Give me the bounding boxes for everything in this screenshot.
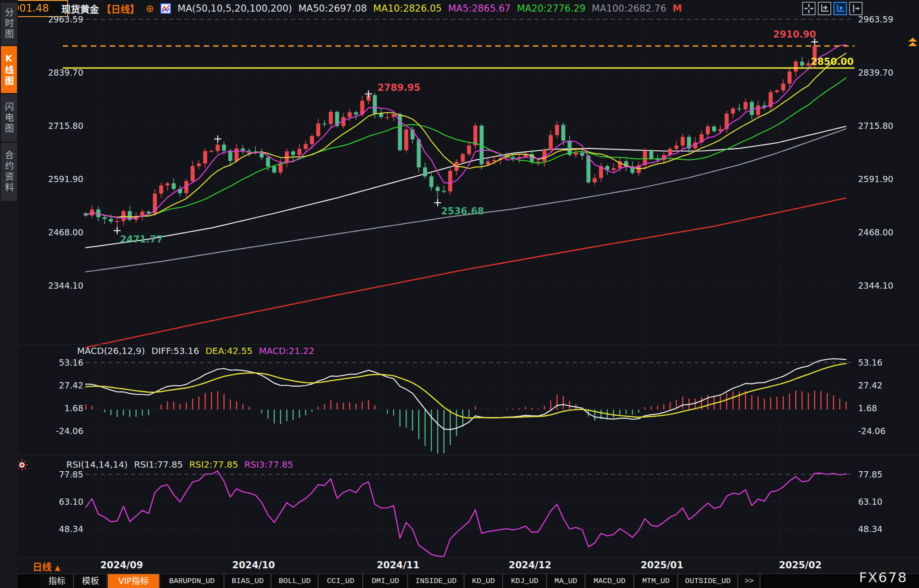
price-axis-label-left: 2591.90 bbox=[39, 174, 83, 184]
sidebar-tab-contract-info[interactable]: 合约资料 bbox=[1, 143, 17, 201]
rsi-title: RSI(14,14,14) bbox=[66, 459, 128, 470]
annotation-feb-high: 2910.90 bbox=[771, 30, 816, 39]
bottom-tab-item[interactable]: BOLL_UD bbox=[271, 574, 318, 588]
bottom-tab-item[interactable]: KD_UD bbox=[464, 574, 503, 588]
rsi-header: RSI(14,14,14) RSI1:77.85 RSI2:77.85 RSI3… bbox=[66, 459, 293, 470]
annotation-nov-low: 2536.68 bbox=[441, 206, 484, 216]
bottom-tab-item[interactable]: BIAS_UD bbox=[224, 574, 271, 588]
sidebar-tab-label: K线图 bbox=[3, 53, 16, 87]
price-axis-label-left: 2468.00 bbox=[39, 227, 83, 237]
macd-dea-value: DEA:42.55 bbox=[206, 345, 253, 356]
macd-axis-label-right: 1.68 bbox=[858, 403, 877, 413]
rsi1-value: RSI1:77.85 bbox=[134, 459, 183, 470]
price-axis-label-right: 2344.10 bbox=[858, 281, 893, 290]
annotation-sep-low: 2471.77 bbox=[120, 234, 163, 244]
macd-axis-label-right: 27.42 bbox=[858, 380, 882, 390]
bottom-tab-item[interactable]: DMI_UD bbox=[363, 574, 408, 588]
crosshair-tool-button[interactable] bbox=[802, 2, 816, 15]
bottom-tab-item[interactable]: 指标 bbox=[40, 574, 74, 588]
macd-axis-label-left: -24.06 bbox=[39, 426, 83, 436]
macd-header: MACD(26,12,9) DIFF:53.16 DEA:42.55 MACD:… bbox=[77, 345, 314, 356]
indicator-tab-bar: 指标模板VIP指标BARUPDN_UDBIAS_UDBOLL_UDCCI_UDD… bbox=[18, 574, 919, 588]
sidebar-tab-label: 闪电图 bbox=[3, 102, 16, 134]
price-axis-label-right: 2963.59 bbox=[858, 14, 893, 24]
bottom-tab-item[interactable]: MTM_UD bbox=[634, 574, 678, 588]
watermark: FX678 bbox=[859, 569, 907, 585]
ma20-value: MA20:2776.29 bbox=[517, 3, 585, 14]
date-axis-label: 2024/09 bbox=[90, 560, 153, 571]
chart-toolbar bbox=[802, 2, 863, 15]
sidebar-tab-lightning-chart[interactable]: 闪电图 bbox=[1, 94, 17, 141]
rsi-axis-label-left: 48.34 bbox=[39, 524, 83, 534]
bottom-tab-item[interactable]: MA_UD bbox=[547, 574, 585, 588]
price-axis-label-right: 2839.70 bbox=[858, 68, 893, 77]
macd-diff-value: DIFF:53.16 bbox=[151, 345, 199, 356]
price-axis-label-right: 2591.90 bbox=[858, 174, 893, 184]
axis-scale-tool-button[interactable] bbox=[818, 2, 831, 15]
macd-axis-label-right: -24.06 bbox=[858, 426, 885, 436]
bottom-tab-active[interactable]: VIP指标 bbox=[107, 574, 160, 588]
price-up-arrow-icon bbox=[908, 38, 917, 42]
price-axis-label-left: 2344.10 bbox=[39, 281, 83, 290]
ma5-value: MA5:2865.67 bbox=[448, 3, 511, 14]
sidebar-tab-label: 合约资料 bbox=[3, 150, 16, 193]
date-axis-label: 2024/10 bbox=[222, 560, 285, 571]
ma50-value: MA50:2697.08 bbox=[298, 3, 367, 14]
period-label: 日线 bbox=[33, 562, 52, 572]
macd-value: MACD:21.22 bbox=[259, 345, 314, 356]
bottom-tab-item[interactable]: KDJ_UD bbox=[503, 574, 547, 588]
sidebar-tab-label: 分时图 bbox=[3, 8, 16, 40]
ma200-value-truncated: M bbox=[673, 3, 682, 14]
date-axis-label: 2025/02 bbox=[769, 560, 832, 571]
rsi-axis-label-right: 63.10 bbox=[858, 497, 882, 507]
price-axis-label-right: 2715.80 bbox=[858, 121, 893, 131]
date-axis-label: 2024/12 bbox=[499, 560, 562, 571]
rsi-axis-label-left: 77.85 bbox=[39, 469, 83, 479]
price-up-arrow-icon bbox=[908, 42, 917, 46]
date-axis-row: 2024/092024/102024/112024/122025/012025/… bbox=[18, 558, 919, 574]
rsi-axis-label-left: 63.10 bbox=[39, 497, 83, 507]
bottom-tab-item[interactable]: INSIDE_UD bbox=[408, 574, 464, 588]
price-axis-label-left: 2839.70 bbox=[39, 68, 83, 77]
right-edge-tool-button[interactable] bbox=[849, 2, 863, 15]
sidebar-tab-time-chart[interactable]: 分时图 bbox=[1, 3, 17, 45]
macd-axis-label-left: 53.16 bbox=[39, 358, 83, 367]
bottom-tab-item[interactable]: 模板 bbox=[74, 574, 107, 588]
symbol-title: 现货黄金 bbox=[61, 2, 99, 15]
sidebar-tab-kline-chart[interactable]: K线图 bbox=[1, 46, 17, 93]
macd-title: MACD(26,12,9) bbox=[77, 345, 145, 356]
triangle-up-icon: ▲ bbox=[55, 563, 60, 572]
bottom-tab-item[interactable]: MACD_UD bbox=[585, 574, 634, 588]
price-axis-label-left: 2963.59 bbox=[39, 14, 83, 24]
date-axis-label: 2024/11 bbox=[367, 560, 429, 571]
bottom-tab-item[interactable]: >> bbox=[738, 574, 760, 588]
rsi-axis-label-right: 77.85 bbox=[858, 469, 882, 479]
macd-axis-label-right: 53.16 bbox=[858, 358, 882, 367]
chart-canvas[interactable] bbox=[0, 0, 919, 588]
chart-type-icon[interactable] bbox=[160, 3, 171, 14]
rsi2-value: RSI2:77.85 bbox=[189, 459, 238, 470]
rsi-axis-label-right: 48.34 bbox=[858, 524, 882, 534]
zoom-plus-icon[interactable]: ⊕ bbox=[146, 4, 154, 13]
chart-header: 现货黄金 【日线】 ⊕ MA(50,10,5,20,100,200) MA50:… bbox=[61, 2, 682, 15]
period-dropdown[interactable]: 日线 ▲ bbox=[33, 559, 60, 573]
macd-axis-label-left: 27.42 bbox=[39, 380, 83, 390]
hline-price-label: 2850.00 bbox=[793, 57, 854, 67]
price-axis-label-right: 2468.00 bbox=[858, 227, 893, 237]
bottom-tab-item[interactable]: OUTSIDE_UD bbox=[678, 574, 738, 588]
rsi3-value: RSI3:77.85 bbox=[245, 459, 293, 470]
annotation-oct-high: 2789.95 bbox=[378, 83, 421, 93]
period-tag: 【日线】 bbox=[102, 2, 139, 15]
ma-group-label: MA(50,10,5,20,100,200) bbox=[177, 3, 292, 14]
date-axis-label: 2025/01 bbox=[631, 560, 693, 571]
left-sidebar: 分时图 K线图 闪电图 合约资料 bbox=[0, 0, 18, 588]
macd-axis-label-left: 1.68 bbox=[39, 403, 83, 413]
price-axis-label-left: 2715.80 bbox=[39, 121, 83, 131]
ma100-value: MA100:2682.76 bbox=[592, 3, 666, 14]
ma10-value: MA10:2826.05 bbox=[373, 3, 442, 14]
bottom-tab-item[interactable]: BARUPDN_UD bbox=[160, 574, 224, 588]
bottom-tab-item[interactable]: CCI_UD bbox=[318, 574, 363, 588]
axis-auto-tool-button[interactable] bbox=[833, 2, 847, 15]
